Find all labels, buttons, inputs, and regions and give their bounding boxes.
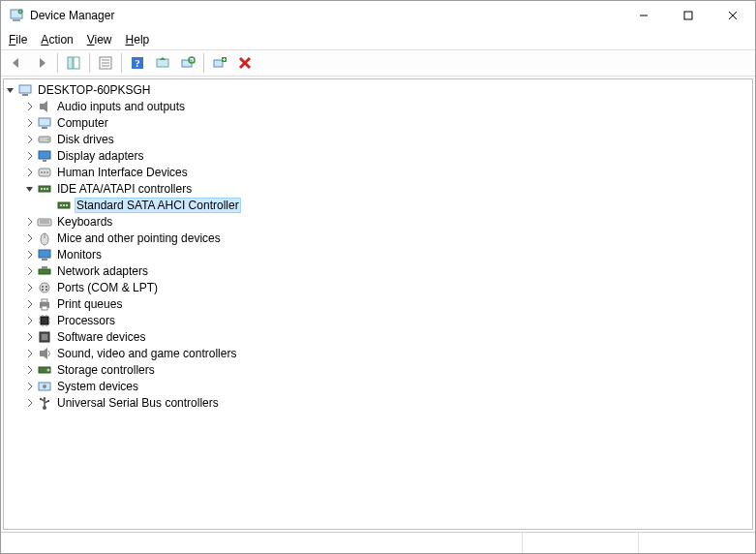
display-icon: [37, 148, 52, 164]
chevron-down-icon[interactable]: [4, 83, 17, 97]
menu-file[interactable]: File: [3, 31, 33, 48]
statusbar-cell: [1, 533, 523, 553]
chevron-right-icon[interactable]: [23, 330, 37, 344]
tree-item-computer[interactable]: Computer: [23, 114, 752, 131]
tree-item-keyboards[interactable]: Keyboards: [23, 213, 752, 230]
toolbar-back-button[interactable]: [5, 51, 28, 75]
toolbar-uninstall-button[interactable]: [233, 51, 257, 75]
svg-rect-63: [41, 317, 48, 324]
svg-point-35: [41, 171, 43, 173]
svg-rect-51: [39, 250, 50, 258]
printer-icon: [37, 296, 52, 312]
tree-item-system-devices[interactable]: System devices: [23, 378, 752, 394]
tree-item-software-devices[interactable]: Software devices: [23, 328, 752, 345]
chevron-right-icon[interactable]: [23, 380, 37, 393]
toolbar-divider: [121, 53, 122, 73]
svg-rect-26: [22, 94, 28, 96]
svg-rect-54: [42, 266, 47, 269]
svg-rect-73: [42, 334, 47, 340]
svg-point-56: [42, 286, 44, 288]
toolbar-forward-button[interactable]: [30, 51, 53, 75]
svg-rect-61: [42, 299, 47, 302]
svg-point-55: [40, 283, 49, 292]
svg-rect-25: [19, 85, 31, 93]
tree-item-storage-controllers[interactable]: Storage controllers: [23, 361, 752, 378]
disk-icon: [37, 132, 52, 147]
chevron-right-icon[interactable]: [23, 281, 37, 294]
svg-point-37: [46, 171, 48, 173]
chevron-right-icon[interactable]: [23, 248, 37, 262]
ide-icon: [56, 198, 72, 213]
tree-item-network-adapters[interactable]: Network adapters: [23, 262, 752, 279]
tree-item-sound-video-and-game-controllers[interactable]: Sound, video and game controllers: [23, 345, 752, 361]
menu-view[interactable]: View: [81, 31, 118, 48]
tree-item-label: Universal Serial Bus controllers: [55, 396, 221, 410]
tree-item-universal-serial-bus-controllers[interactable]: Universal Serial Bus controllers: [23, 394, 752, 411]
chevron-right-icon[interactable]: [23, 116, 37, 130]
menubar: FileActionViewHelp: [1, 30, 755, 49]
toolbar-scan-button[interactable]: [176, 51, 199, 75]
tree-item-print-queues[interactable]: Print queues: [23, 295, 752, 312]
menu-action[interactable]: Action: [35, 31, 78, 48]
svg-rect-43: [60, 204, 62, 206]
tree-item-human-interface-devices[interactable]: Human Interface Devices: [23, 164, 752, 180]
toolbar-help-button[interactable]: ?: [126, 51, 149, 75]
system-icon: [37, 379, 52, 394]
svg-rect-27: [40, 104, 44, 109]
tree-item-display-adapters[interactable]: Display adapters: [23, 147, 752, 164]
port-icon: [37, 280, 52, 295]
toolbar-add-legacy-button[interactable]: [208, 51, 231, 75]
tree-item-processors[interactable]: Processors: [23, 312, 752, 328]
tree-item-disk-drives[interactable]: Disk drives: [23, 131, 752, 147]
chevron-right-icon[interactable]: [23, 133, 37, 146]
tree-item-audio-inputs-and-outputs[interactable]: Audio inputs and outputs: [23, 98, 752, 114]
svg-rect-53: [39, 269, 50, 274]
toolbar-show-hide-tree-button[interactable]: [62, 51, 85, 75]
toolbar-update-driver-button[interactable]: [151, 51, 174, 75]
tree-item-standard-sata-ahci-controller[interactable]: Standard SATA AHCI Controller: [43, 197, 752, 213]
chevron-right-icon[interactable]: [23, 314, 37, 327]
tree-item-monitors[interactable]: Monitors: [23, 246, 752, 262]
chevron-right-icon[interactable]: [23, 149, 37, 163]
keyboard-icon: [37, 214, 52, 230]
svg-rect-7: [68, 57, 73, 69]
audio-icon: [37, 99, 52, 114]
tree-item-mice-and-other-pointing-devices[interactable]: Mice and other pointing devices: [23, 230, 752, 246]
maximize-button[interactable]: [666, 1, 711, 30]
tree-item-label: Standard SATA AHCI Controller: [75, 198, 241, 213]
tree-item-label: Storage controllers: [55, 363, 157, 377]
svg-rect-84: [47, 400, 49, 402]
svg-rect-19: [214, 60, 223, 67]
svg-rect-40: [44, 188, 45, 190]
chevron-right-icon[interactable]: [23, 396, 37, 410]
statusbar-cell: [639, 533, 755, 553]
svg-point-78: [43, 385, 46, 388]
tree-item-ports-com-lpt[interactable]: Ports (COM & LPT): [23, 279, 752, 295]
statusbar-cell: [523, 533, 639, 553]
mouse-icon: [37, 231, 52, 246]
chevron-right-icon[interactable]: [23, 215, 37, 229]
tree-item-root[interactable]: DESKTOP-60PKSGH: [4, 81, 752, 98]
chevron-right-icon[interactable]: [23, 100, 37, 113]
chevron-right-icon[interactable]: [23, 166, 37, 179]
tree-item-ide-ata-atapi-controllers[interactable]: IDE ATA/ATAPI controllers: [23, 180, 752, 197]
chevron-right-icon[interactable]: [23, 363, 37, 377]
tree-item-label: Keyboards: [55, 215, 114, 229]
chevron-right-icon[interactable]: [23, 231, 37, 245]
chevron-down-icon[interactable]: [23, 182, 37, 196]
menu-help[interactable]: Help: [120, 31, 156, 48]
tree-item-label: Network adapters: [55, 264, 150, 278]
chevron-right-icon[interactable]: [23, 347, 37, 360]
close-button[interactable]: [711, 1, 755, 30]
svg-rect-45: [66, 204, 68, 206]
svg-point-2: [18, 10, 22, 14]
chevron-right-icon[interactable]: [23, 264, 37, 278]
device-tree[interactable]: DESKTOP-60PKSGHAudio inputs and outputsC…: [3, 78, 753, 530]
svg-point-57: [45, 286, 47, 288]
minimize-button[interactable]: [621, 1, 666, 30]
svg-rect-29: [42, 127, 47, 129]
tree-item-label: Software devices: [55, 330, 147, 344]
chevron-right-icon[interactable]: [23, 297, 37, 311]
toolbar-properties-button[interactable]: [94, 51, 117, 75]
svg-point-36: [44, 171, 45, 173]
